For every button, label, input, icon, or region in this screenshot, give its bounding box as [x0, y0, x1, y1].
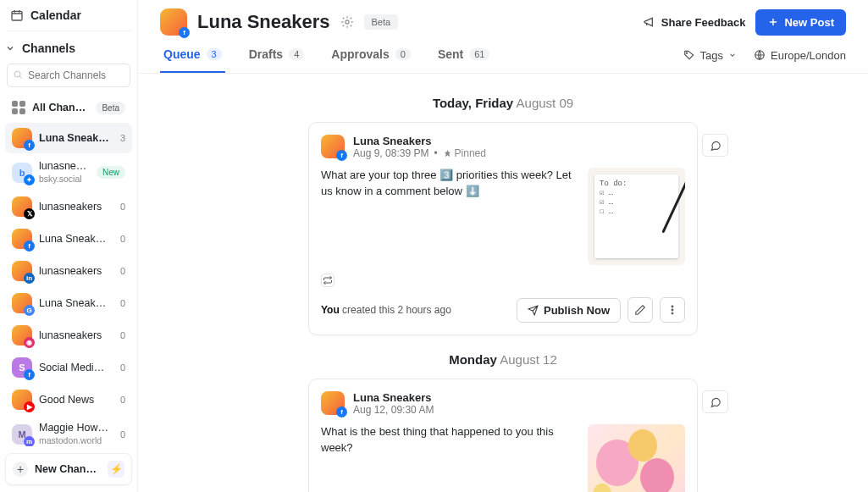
globe-icon	[754, 49, 766, 61]
post-avatar: f	[321, 135, 345, 158]
bolt-icon: ⚡	[108, 461, 124, 478]
publish-now-button[interactable]: Publish Now	[517, 298, 621, 323]
post-author: Luna Sneakers	[353, 391, 434, 404]
channel-item[interactable]: b✦ lunasneakersbs… bsky.social New	[5, 155, 132, 190]
svg-point-1	[14, 71, 20, 77]
megaphone-icon	[643, 15, 656, 29]
channel-item[interactable]: Sf Social Media Tests 0	[5, 352, 132, 383]
sidebar: Calendar Channels All Channels Beta f Lu…	[0, 0, 138, 492]
plus-icon: +	[13, 462, 28, 477]
channel-sub: bsky.social	[39, 174, 82, 184]
instagram-network-icon: ◉	[24, 337, 35, 348]
channel-count: 3	[117, 133, 125, 143]
channel-item[interactable]: f Luna Sneakers 0	[5, 224, 132, 254]
more-button[interactable]	[660, 297, 685, 323]
channel-label: lunasneakers	[39, 329, 110, 341]
chevron-down-icon	[728, 51, 737, 59]
facebook-network-icon: f	[24, 240, 35, 252]
channels-header[interactable]: Channels	[0, 31, 137, 64]
publish-label: Publish Now	[544, 304, 610, 317]
tab-count: 61	[469, 48, 489, 60]
channel-item[interactable]: in lunasneakers 0	[5, 256, 132, 286]
calendar-icon	[10, 8, 24, 22]
channel-item[interactable]: f Luna Sneakers 3	[5, 123, 132, 153]
svg-rect-0	[12, 11, 22, 20]
channels-list[interactable]: f Luna Sneakers 3 b✦ lunasneakersbs… bsk…	[0, 121, 137, 446]
youtube-network-icon: ▶	[24, 401, 35, 412]
reshare-toggle[interactable]	[321, 274, 334, 287]
tab-approvals[interactable]: Approvals 0	[328, 47, 414, 73]
calendar-nav[interactable]: Calendar	[5, 0, 132, 31]
channel-label: Luna Sneakers	[39, 297, 110, 309]
facebook-network-icon: f	[24, 369, 35, 380]
more-vertical-icon	[666, 304, 678, 316]
tags-dropdown[interactable]: Tags	[683, 49, 737, 62]
search-channels-input[interactable]	[7, 64, 130, 87]
channel-label: lunasneakers	[39, 201, 110, 213]
tab-sent[interactable]: Sent 61	[434, 47, 494, 73]
day-header: Monday August 12	[138, 352, 868, 367]
new-badge: New	[97, 166, 125, 179]
search-icon	[13, 69, 23, 80]
main-header: f Luna Sneakers Beta Share Feedback New …	[138, 0, 868, 36]
post-card[interactable]: f Luna Sneakers Aug 9, 08:39 PM • Pinned	[308, 122, 698, 335]
chevron-down-icon	[5, 43, 15, 53]
post-card[interactable]: f Luna Sneakers Aug 12, 09:30 AM What is…	[308, 379, 698, 492]
post-avatar: f	[321, 391, 345, 415]
comment-icon	[710, 396, 721, 408]
page-title: Luna Sneakers	[197, 11, 330, 33]
svg-point-3	[686, 53, 687, 53]
channel-item[interactable]: ◉ lunasneakers 0	[5, 320, 132, 351]
facebook-network-icon: f	[179, 27, 190, 38]
channel-avatar: f	[160, 8, 187, 36]
search-channels-wrap	[7, 64, 130, 87]
new-channel-button[interactable]: + New Channel ⚡	[5, 453, 132, 485]
linkedin-network-icon: in	[24, 273, 35, 284]
channel-count: 0	[117, 429, 125, 439]
new-channel-label: New Channel	[35, 463, 101, 475]
channel-count: 0	[117, 362, 125, 373]
day-header: Today, Friday August 09	[138, 96, 868, 110]
edit-button[interactable]	[628, 297, 653, 323]
beta-badge: Beta	[364, 14, 399, 30]
comment-button[interactable]	[702, 134, 728, 157]
channel-count: 0	[117, 395, 125, 405]
gear-icon[interactable]	[340, 15, 354, 29]
tab-count: 3	[207, 48, 222, 60]
channel-item[interactable]: ▶ Good News 0	[5, 384, 132, 415]
svg-point-6	[672, 309, 673, 311]
tab-label: Sent	[438, 47, 463, 61]
channel-label: Luna Sneakers	[39, 233, 110, 245]
tab-queue[interactable]: Queue 3	[160, 47, 225, 73]
share-feedback-button[interactable]: Share Feedback	[643, 15, 746, 29]
channel-item[interactable]: G Luna Sneakers 0	[5, 288, 132, 318]
channel-count: 0	[117, 330, 125, 340]
feed-scroll[interactable]: Today, Friday August 09 f Luna Sneakers …	[138, 74, 868, 492]
facebook-network-icon: f	[336, 406, 347, 417]
post-image[interactable]	[588, 424, 685, 492]
google-network-icon: G	[24, 305, 35, 316]
tab-label: Approvals	[331, 47, 389, 61]
channel-label: lunasneakers	[39, 265, 110, 277]
day-strong: Monday	[449, 352, 497, 367]
created-meta: You created this 2 hours ago	[321, 304, 451, 316]
channel-item[interactable]: Mm Maggie Howard mastodon.world 0	[5, 417, 132, 446]
x-network-icon: 𝕏	[24, 208, 35, 219]
new-post-button[interactable]: New Post	[755, 9, 846, 36]
calendar-label: Calendar	[30, 8, 81, 22]
bluesky-network-icon: ✦	[24, 174, 35, 185]
channel-label: Good News	[39, 394, 110, 406]
timezone-selector[interactable]: Europe/London	[754, 49, 846, 62]
all-channels-row[interactable]: All Channels Beta	[5, 96, 132, 119]
tab-drafts[interactable]: Drafts 4	[246, 47, 308, 73]
channel-item[interactable]: 𝕏 lunasneakers 0	[5, 191, 132, 222]
post-image[interactable]	[588, 168, 685, 265]
channel-sub: mastodon.world	[39, 435, 102, 445]
day-strong: Today, Friday	[433, 96, 513, 110]
comment-icon	[710, 140, 721, 152]
channels-label: Channels	[22, 41, 75, 55]
tab-label: Drafts	[249, 47, 283, 61]
channel-label: Luna Sneakers	[39, 132, 110, 144]
comment-button[interactable]	[702, 390, 728, 413]
channel-label: lunasneakersbs…	[39, 160, 90, 172]
